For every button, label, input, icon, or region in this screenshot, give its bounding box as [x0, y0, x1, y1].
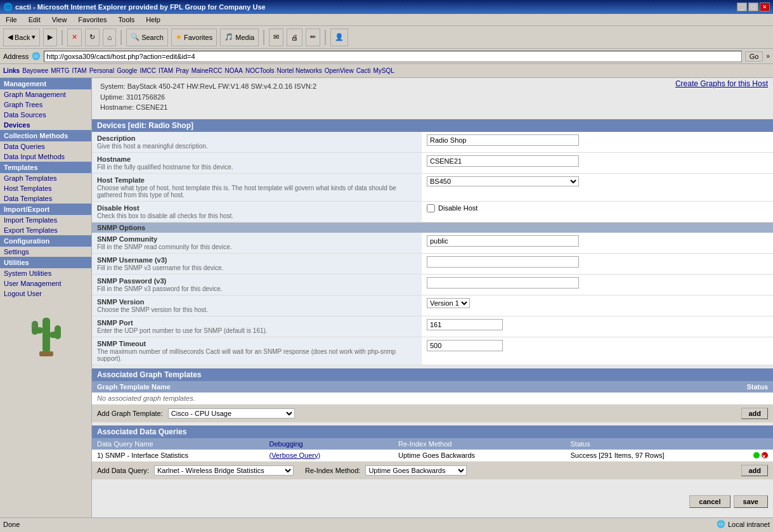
- sidebar-item-data-queries[interactable]: Data Queries: [0, 141, 91, 152]
- home-button[interactable]: ⌂: [103, 29, 116, 46]
- refresh-button[interactable]: ↻: [85, 29, 100, 46]
- configuration-header: Configuration: [0, 235, 91, 247]
- mail-button[interactable]: ✉: [269, 29, 283, 46]
- snmp-timeout-row: SNMP Timeout The maximum number of milli…: [92, 337, 773, 365]
- agt-add-button[interactable]: add: [741, 408, 768, 419]
- link-mysql[interactable]: MySQL: [373, 67, 394, 74]
- snmp-community-label-cell: SNMP Community Fill in the SNMP read com…: [92, 233, 422, 254]
- sidebar-item-graph-management[interactable]: Graph Management: [0, 89, 91, 100]
- sidebar-item-data-templates[interactable]: Data Templates: [0, 193, 91, 204]
- edit-button[interactable]: ✏: [306, 29, 320, 46]
- cancel-button[interactable]: cancel: [689, 495, 730, 508]
- agt-add-row: Add Graph Template: Cisco - CPU Usage ad…: [92, 405, 773, 422]
- snmp-username-input[interactable]: [427, 256, 579, 268]
- link-mrtg[interactable]: MRTG: [51, 67, 69, 74]
- description-row: Description Give this host a meaningful …: [92, 132, 773, 153]
- messenger-button[interactable]: 👤: [330, 29, 348, 46]
- sidebar-item-logout[interactable]: Logout User: [0, 289, 91, 299]
- sep1: [62, 30, 63, 45]
- menu-help[interactable]: Help: [143, 15, 163, 24]
- link-google[interactable]: Google: [117, 67, 137, 74]
- link-pray[interactable]: Pray: [176, 67, 189, 74]
- adq-reindex-select[interactable]: Uptime Goes Backwards: [365, 465, 467, 476]
- host-template-select[interactable]: BS450: [427, 176, 579, 186]
- link-itam2[interactable]: ITAM: [159, 67, 173, 74]
- snmp-timeout-input[interactable]: [427, 340, 503, 351]
- status-ok-icon[interactable]: [753, 452, 760, 458]
- snmp-password-label-cell: SNMP Password (v3) Fill in the SNMP v3 p…: [92, 274, 422, 295]
- media-button[interactable]: 🎵 Media: [220, 29, 259, 46]
- hostname-input[interactable]: [427, 155, 579, 167]
- link-mainercc[interactable]: MaineRCC: [192, 67, 223, 74]
- sep3: [263, 30, 264, 45]
- link-bayowee[interactable]: Bayowee: [22, 67, 48, 74]
- stop-button[interactable]: ✕: [67, 29, 82, 46]
- expand-links-icon[interactable]: »: [766, 53, 770, 60]
- link-cacti[interactable]: Cacti: [356, 67, 371, 74]
- sidebar-item-export-templates[interactable]: Export Templates: [0, 225, 91, 235]
- snmp-community-input[interactable]: [427, 235, 579, 247]
- search-button[interactable]: 🔍 Search: [126, 29, 168, 46]
- sep4: [325, 30, 326, 45]
- adq-col-name-header: Data Query Name: [97, 440, 269, 448]
- adq-add-select[interactable]: Karlnet - Wireless Bridge Statistics: [154, 465, 294, 476]
- save-button[interactable]: save: [734, 495, 768, 508]
- menu-view[interactable]: View: [49, 15, 70, 24]
- snmp-port-input[interactable]: [427, 319, 503, 330]
- sidebar-item-data-sources[interactable]: Data Sources: [0, 110, 91, 120]
- adq-row-actions: ✕: [743, 452, 768, 458]
- sidebar-item-host-templates[interactable]: Host Templates: [0, 183, 91, 193]
- adq-col-debug-header: Debugging: [269, 440, 398, 448]
- close-button[interactable]: ✕: [760, 3, 770, 11]
- link-imcc[interactable]: IMCC: [140, 67, 156, 74]
- sidebar-item-import-templates[interactable]: Import Templates: [0, 215, 91, 225]
- menu-edit[interactable]: Edit: [26, 15, 43, 24]
- menu-favorites[interactable]: Favorites: [75, 15, 109, 24]
- disable-host-field-cell: Disable Host: [422, 201, 773, 222]
- snmp-port-label-cell: SNMP Port Enter the UDP port number to u…: [92, 316, 422, 337]
- sidebar-item-user-management[interactable]: User Management: [0, 278, 91, 289]
- link-personal[interactable]: Personal: [89, 67, 114, 74]
- sidebar-item-devices[interactable]: Devices: [0, 120, 91, 130]
- go-button[interactable]: Go: [745, 51, 763, 62]
- adq-data-row: 1) SNMP - Interface Statistics (Verbose …: [92, 450, 773, 462]
- sidebar-item-settings[interactable]: Settings: [0, 247, 91, 257]
- forward-button[interactable]: ▶: [43, 29, 57, 46]
- sidebar-item-data-input-methods[interactable]: Data Input Methods: [0, 152, 91, 162]
- hostname-row: Hostname Fill in the fully qualified hos…: [92, 152, 773, 173]
- menu-tools[interactable]: Tools: [116, 15, 138, 24]
- link-itam1[interactable]: ITAM: [72, 67, 87, 74]
- address-label: Address: [3, 53, 29, 60]
- favorites-button[interactable]: ★ Favorites: [171, 29, 217, 46]
- print-button[interactable]: 🖨: [287, 29, 302, 46]
- sidebar-item-graph-trees[interactable]: Graph Trees: [0, 100, 91, 110]
- agt-add-select[interactable]: Cisco - CPU Usage: [168, 408, 295, 418]
- link-noaa[interactable]: NOAA: [225, 67, 243, 74]
- link-openview[interactable]: OpenView: [325, 67, 354, 74]
- link-noctools[interactable]: NOCTools: [245, 67, 275, 74]
- sidebar-item-graph-templates[interactable]: Graph Templates: [0, 173, 91, 183]
- status-err-icon[interactable]: ✕: [762, 452, 768, 458]
- snmp-password-input[interactable]: [427, 277, 579, 289]
- device-form-table: Description Give this host a meaningful …: [92, 132, 773, 223]
- adq-add-button[interactable]: add: [741, 465, 768, 476]
- back-button[interactable]: ◀ Back ▾: [3, 29, 40, 46]
- disable-host-checkbox[interactable]: [427, 204, 435, 212]
- minimize-button[interactable]: _: [737, 3, 747, 11]
- star-icon: ★: [176, 33, 182, 41]
- link-nortel[interactable]: Nortel Networks: [277, 67, 322, 74]
- window-controls[interactable]: _ □ ✕: [737, 3, 770, 11]
- adq-row-reindex: Uptime Goes Backwards: [398, 451, 570, 459]
- agt-col-status: Status: [587, 381, 773, 393]
- adq-row-debug[interactable]: (Verbose Query): [269, 451, 398, 459]
- adq-row-status: Success [291 Items, 97 Rows]: [571, 451, 743, 459]
- address-input[interactable]: [44, 51, 741, 62]
- maximize-button[interactable]: □: [748, 3, 758, 11]
- snmp-version-select[interactable]: Version 1 Version 2 Version 3: [427, 298, 470, 308]
- host-template-label-cell: Host Template Choose what type of host, …: [92, 173, 422, 201]
- menu-file[interactable]: File: [3, 15, 20, 24]
- sidebar-item-system-utilities[interactable]: System Utilities: [0, 268, 91, 278]
- description-input[interactable]: [427, 134, 579, 146]
- create-graphs-link[interactable]: Create Graphs for this Host: [675, 79, 768, 88]
- search-icon: 🔍: [131, 33, 140, 41]
